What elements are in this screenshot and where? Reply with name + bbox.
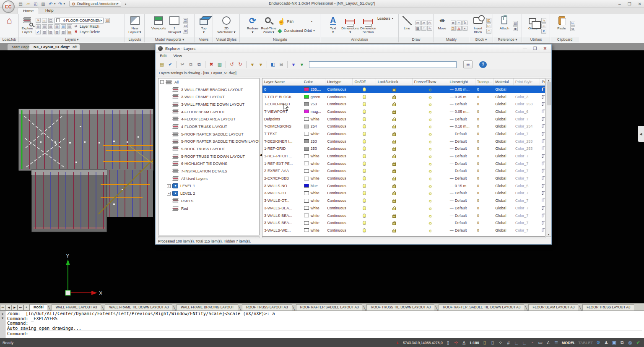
layer-color-cell[interactable]: mag...	[302, 108, 325, 115]
column-header[interactable]: Lineweight	[448, 78, 475, 85]
plot-cell[interactable]	[540, 145, 545, 153]
apply-icon[interactable]: ✔	[166, 60, 174, 68]
freeze-cell[interactable]: ☼	[413, 175, 448, 182]
layer-tool-icon[interactable]: ▥	[48, 30, 53, 34]
layer-print-style[interactable]: Color_7	[514, 212, 540, 219]
freeze-cell[interactable]: ☼	[413, 190, 448, 197]
lock-cell[interactable]	[376, 227, 413, 234]
measure-icon[interactable]: ↘	[541, 18, 546, 23]
layer-tool-icon[interactable]: ▥	[67, 24, 72, 29]
crosshair-icon[interactable]: ⊹	[454, 340, 459, 345]
lock-cell[interactable]	[376, 190, 413, 197]
text-button[interactable]: AText ▾	[326, 15, 340, 37]
command-prompt[interactable]: Command:	[7, 331, 642, 336]
layer-row[interactable]: T-TEXTwhiteContinuous☼—Default0GlobalCol…	[262, 130, 545, 138]
osnap-icon[interactable]: ∟	[522, 340, 527, 345]
dialog-close-button[interactable]: ✕	[541, 46, 549, 51]
insert-block-button[interactable]: Insert Block	[471, 15, 485, 37]
layer-print-style[interactable]: Color_253	[514, 145, 540, 153]
layer-material[interactable]: Global	[493, 108, 513, 115]
funnel-blue-icon[interactable]: ▼	[290, 60, 297, 68]
menu-view[interactable]: View	[173, 53, 182, 58]
layer-print-style[interactable]: Color_253	[514, 138, 540, 145]
freeze-cell[interactable]: ☼	[413, 197, 448, 204]
erase-icon[interactable]: △	[457, 26, 462, 31]
tree-item[interactable]: 4-FLOOR TRUSS LAYOUT	[158, 123, 259, 130]
realtime-zoom-button[interactable]: Real-Time Zoom ▾	[261, 15, 276, 37]
layout-nav-button[interactable]: ⏭	[18, 305, 23, 310]
layer-transparency[interactable]: 0	[475, 93, 494, 101]
tree-item[interactable]: All Used Layers	[158, 175, 259, 183]
layout-nav-button[interactable]: ▶	[12, 305, 18, 310]
purge-icon[interactable]: ▥	[216, 60, 223, 68]
column-header[interactable]: Lock/Unlock	[376, 78, 413, 85]
layer-color-cell[interactable]: 255,...	[302, 86, 325, 93]
layer-material[interactable]: Global	[493, 212, 513, 219]
time-icon[interactable]: ◔	[530, 340, 535, 345]
line-button[interactable]: Line	[400, 15, 414, 37]
layer-tool-icon[interactable]: ▤	[67, 30, 72, 34]
tab-home[interactable]: Home	[18, 8, 39, 14]
tree-expander-icon[interactable]: +	[167, 184, 171, 188]
layer-print-style[interactable]: Color_3	[514, 93, 540, 101]
scale-value[interactable]: 1:100	[470, 341, 479, 345]
windows-icon[interactable]: ⧉	[620, 340, 625, 345]
lines-icon[interactable]: ≣	[554, 340, 559, 345]
dimension-section-button[interactable]: Dimension Section	[360, 15, 376, 37]
rectangle-icon[interactable]: ▭	[415, 21, 421, 25]
layer-linetype[interactable]: Continuous	[325, 204, 353, 212]
plot-cell[interactable]	[540, 86, 545, 93]
layer-linetype[interactable]: Continuous	[325, 190, 353, 197]
layer-transparency[interactable]: 0	[475, 219, 494, 227]
app-logo[interactable]: EC	[2, 0, 15, 13]
lock-cell[interactable]	[376, 93, 413, 101]
xref-icon[interactable]: ▤	[513, 21, 518, 26]
layer-lineweight[interactable]: —Default	[448, 175, 475, 182]
tab-drawing[interactable]: NX_Layout_51.dwg*✕	[29, 44, 80, 50]
column-header[interactable]: Layer Name	[262, 78, 302, 85]
layer-transparency[interactable]: 0	[475, 227, 494, 234]
pan-button[interactable]: ☝Pan▾	[278, 18, 312, 25]
model-label[interactable]: MODEL	[562, 341, 576, 345]
layer-lineweight[interactable]: —Default	[448, 190, 475, 197]
plot-cell[interactable]	[540, 100, 545, 108]
layer-linetype[interactable]: Continuous	[325, 145, 353, 153]
layer-material[interactable]: Global	[493, 197, 513, 204]
layer-linetype[interactable]: Continuous	[325, 123, 353, 130]
layer-linetype[interactable]: Continuous	[325, 227, 353, 234]
layer-material[interactable]: Global	[493, 219, 513, 227]
plot-cell[interactable]	[540, 190, 545, 197]
layer-material[interactable]: Global	[493, 182, 513, 190]
layout-tab[interactable]: FLOOR TRUSS LAYOUT A3	[582, 304, 634, 310]
layer-transparency[interactable]: 0	[475, 160, 494, 167]
table-vscrollbar[interactable]: ▲▼	[546, 78, 551, 237]
layer-color-cell[interactable]: 254	[302, 123, 325, 130]
lock-cell[interactable]	[376, 123, 413, 130]
plot-cell[interactable]	[540, 219, 545, 227]
dialog-maximize-button[interactable]: ❐	[531, 46, 539, 51]
layer-tool-icon[interactable]: ▥	[48, 24, 53, 29]
lock-cell[interactable]	[376, 138, 413, 145]
viewport-3-icon[interactable]: ⊟	[183, 23, 188, 28]
rotate-icon[interactable]: ↻	[462, 21, 467, 25]
user-icon[interactable]: ♟	[604, 340, 609, 345]
freeze-cell[interactable]: ☼	[413, 167, 448, 175]
on-off-cell[interactable]	[353, 212, 376, 219]
lock-cell[interactable]	[376, 212, 413, 219]
clean-screen-icon[interactable]: ◎	[628, 340, 633, 345]
layer-color-cell[interactable]: 253	[302, 138, 325, 145]
layer-transparency[interactable]: 0	[475, 212, 494, 219]
layer-material[interactable]: Global	[493, 227, 513, 234]
tab-help[interactable]: Help	[40, 8, 59, 14]
layer-tool-icon[interactable]: ▥	[42, 24, 47, 29]
check-icon[interactable]: ✔	[636, 340, 641, 345]
layer-row[interactable]: 3-WALLS-BEA...whiteContinuous☼—Default0G…	[262, 212, 545, 219]
paste-icon[interactable]: ⧉	[195, 60, 203, 68]
layer-print-style[interactable]: Color_7	[514, 167, 540, 175]
lock-cell[interactable]	[376, 108, 413, 115]
layer-lineweight[interactable]: —0.15 m...	[448, 182, 475, 190]
annotation-b-icon[interactable]: ▯	[490, 340, 495, 345]
layout-nav-button[interactable]: ⏮	[0, 305, 6, 310]
polygon-icon[interactable]: ▱	[421, 21, 426, 25]
layer-color-cell[interactable]: white	[302, 160, 325, 167]
